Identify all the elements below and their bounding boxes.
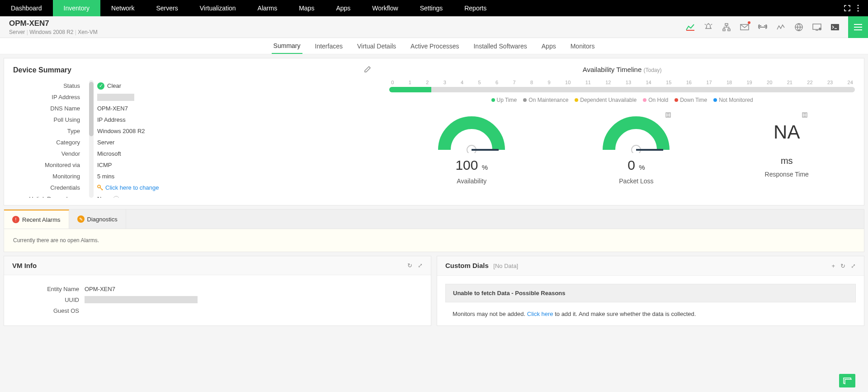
nav-alarms[interactable]: Alarms bbox=[247, 0, 288, 16]
summary-value: Microsoft bbox=[97, 148, 371, 159]
gauge-settings-icon[interactable] bbox=[665, 111, 672, 120]
gauge-packet-loss: 0 %Packet Loss bbox=[600, 111, 672, 185]
summary-value: ICMP bbox=[97, 159, 371, 171]
nav-maps[interactable]: Maps bbox=[288, 0, 325, 16]
svg-point-9 bbox=[819, 28, 821, 30]
svg-rect-10 bbox=[831, 24, 839, 30]
summary-value: OPM-XEN7 bbox=[97, 103, 371, 114]
summary-label: Category bbox=[13, 137, 85, 148]
credentials-change-link[interactable]: Click here to change bbox=[105, 184, 159, 191]
custom-dials-title: Custom Dials bbox=[445, 262, 489, 269]
help-icon[interactable]: ? bbox=[113, 196, 119, 198]
subtab-virtual-details[interactable]: Virtual Details bbox=[355, 38, 398, 54]
bell-icon[interactable] bbox=[703, 22, 713, 32]
alarms-empty-message: Currently there are no open Alarms. bbox=[4, 229, 864, 252]
nav-workflow[interactable]: Workflow bbox=[361, 0, 409, 16]
legend-item: On Maintenance bbox=[523, 97, 568, 103]
summary-label: Status bbox=[13, 80, 85, 91]
kebab-icon[interactable] bbox=[854, 4, 863, 13]
summary-label: Type bbox=[13, 125, 85, 137]
scrollbar[interactable] bbox=[89, 80, 94, 198]
summary-value bbox=[97, 91, 371, 103]
hamburger-menu-button[interactable] bbox=[848, 16, 868, 38]
legend-item: Not Monitored bbox=[713, 97, 753, 103]
refresh-icon[interactable]: ↻ bbox=[407, 262, 412, 269]
summary-label: Monitoring bbox=[13, 171, 85, 182]
svg-point-0 bbox=[858, 5, 859, 6]
summary-value: None? bbox=[97, 193, 371, 198]
svg-rect-5 bbox=[728, 29, 730, 31]
add-monitors-link[interactable]: Click here bbox=[527, 311, 553, 317]
add-icon[interactable]: + bbox=[831, 263, 835, 269]
vm-info-card: VM Info ↻ ⤢ Entity NameUUIDGuest OS OPM-… bbox=[4, 256, 431, 326]
terminal-icon[interactable] bbox=[830, 22, 840, 32]
legend-item: On Hold bbox=[643, 97, 668, 103]
subtab-apps[interactable]: Apps bbox=[540, 38, 558, 54]
summary-label: Uplink Dependency bbox=[13, 193, 85, 198]
legend-item: Up Time bbox=[491, 97, 517, 103]
gauge-availability: 100 %Availability bbox=[435, 111, 508, 185]
globe-icon[interactable] bbox=[794, 22, 804, 32]
vm-label: Guest OS bbox=[12, 305, 85, 316]
fetch-error-title: Unable to fetch Data - Possible Reasons bbox=[445, 284, 856, 302]
gauge-response-time: NAmsResponse Time bbox=[765, 111, 809, 185]
nav-dashboard[interactable]: Dashboard bbox=[0, 0, 53, 16]
vm-info-title: VM Info bbox=[12, 262, 37, 269]
mail-icon[interactable] bbox=[740, 22, 750, 32]
vm-value bbox=[85, 294, 423, 305]
svg-rect-19 bbox=[845, 379, 852, 384]
edit-icon[interactable] bbox=[364, 66, 371, 75]
key-icon bbox=[97, 185, 104, 191]
summary-value: ✓Clear bbox=[97, 80, 371, 91]
availability-timeline[interactable] bbox=[389, 87, 855, 92]
fullscreen-collapse-icon[interactable] bbox=[843, 4, 852, 13]
summary-value: Server bbox=[97, 137, 371, 148]
redacted-value bbox=[85, 296, 198, 303]
vm-label: UUID bbox=[12, 294, 85, 305]
subtab-active-processes[interactable]: Active Processes bbox=[409, 38, 461, 54]
subtab-installed-softwares[interactable]: Installed Softwares bbox=[472, 38, 528, 54]
nav-servers[interactable]: Servers bbox=[145, 0, 189, 16]
nav-inventory[interactable]: Inventory bbox=[53, 0, 101, 16]
subtab-monitors[interactable]: Monitors bbox=[569, 38, 597, 54]
gauge-settings-icon[interactable] bbox=[802, 111, 809, 120]
nav-reports[interactable]: Reports bbox=[453, 0, 497, 16]
nav-apps[interactable]: Apps bbox=[325, 0, 361, 16]
refresh-icon[interactable]: ↻ bbox=[840, 263, 845, 269]
nav-settings[interactable]: Settings bbox=[409, 0, 454, 16]
legend-item: Down Time bbox=[675, 97, 707, 103]
monitor-icon[interactable] bbox=[812, 22, 822, 32]
expand-icon[interactable]: ⤢ bbox=[418, 262, 423, 269]
summary-label: IP Address bbox=[13, 91, 85, 103]
summary-label: DNS Name bbox=[13, 103, 85, 114]
summary-value: Windows 2008 R2 bbox=[97, 125, 371, 137]
sub-tabs: SummaryInterfacesVirtual DetailsActive P… bbox=[0, 38, 868, 54]
summary-label: Credentials bbox=[13, 182, 85, 193]
device-meta: ServerWindows 2008 R2Xen-VM bbox=[9, 29, 98, 35]
check-icon: ✓ bbox=[97, 82, 104, 90]
floating-action-button[interactable] bbox=[839, 374, 855, 387]
svg-rect-4 bbox=[723, 29, 725, 31]
device-summary-title: Device Summary bbox=[13, 66, 71, 74]
tab-diagnostics[interactable]: ✎ Diagnostics bbox=[69, 210, 126, 229]
summary-value: Click here to change bbox=[97, 182, 371, 193]
summary-value: 5 mins bbox=[97, 171, 371, 182]
tab-recent-alarms[interactable]: ! Recent Alarms bbox=[4, 210, 69, 229]
subtab-summary[interactable]: Summary bbox=[272, 38, 302, 54]
fetch-error-message: Monitors may not be added. Click here to… bbox=[445, 302, 856, 317]
link-icon[interactable] bbox=[758, 22, 768, 32]
chart-icon[interactable] bbox=[685, 22, 695, 32]
custom-dials-card: Custom Dials [No Data] + ↻ ⤢ Unable to f… bbox=[437, 256, 864, 326]
expand-icon[interactable]: ⤢ bbox=[851, 263, 856, 269]
flowchart-icon[interactable] bbox=[722, 22, 731, 32]
subtab-interfaces[interactable]: Interfaces bbox=[313, 38, 344, 54]
performance-icon[interactable] bbox=[776, 22, 786, 32]
nav-virtualization[interactable]: Virtualization bbox=[189, 0, 247, 16]
top-nav: DashboardInventoryNetworkServersVirtuali… bbox=[0, 0, 868, 16]
nav-network[interactable]: Network bbox=[100, 0, 145, 16]
vm-value: OPM-XEN7 bbox=[85, 283, 423, 294]
timeline-ticks: 0123456789101112131415161718192021222324 bbox=[389, 80, 855, 85]
availability-title: Availability Timeline (Today) bbox=[389, 66, 855, 73]
vm-label: Entity Name bbox=[12, 283, 85, 294]
alarms-panel: ! Recent Alarms ✎ Diagnostics Currently … bbox=[4, 209, 864, 252]
